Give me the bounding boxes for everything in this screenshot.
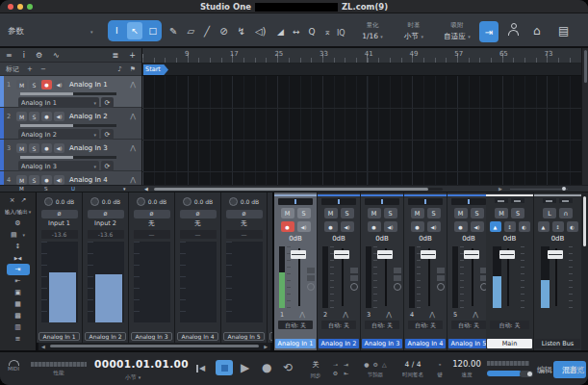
solo-button[interactable]: S: [29, 112, 39, 121]
add-track-button[interactable]: +: [129, 51, 136, 60]
mono-check-button[interactable]: ▲: [490, 221, 501, 232]
zoom-slider-handle[interactable]: [562, 187, 566, 191]
fader-value[interactable]: 0dB: [486, 235, 533, 244]
browse-view-button[interactable]: 浏览: [569, 365, 584, 375]
track-row[interactable]: 4 M S ● ◀) Analog In 4 ⋀ Analog In 4▾ ⟳: [0, 171, 141, 185]
monitor-button[interactable]: ◀): [297, 221, 311, 232]
expand-channels-icon[interactable]: ↕: [15, 243, 21, 250]
zoom-slider[interactable]: ▶: [499, 186, 575, 192]
gain-knob[interactable]: [44, 197, 53, 206]
insert-slot-icon[interactable]: [307, 268, 315, 273]
mono-icon[interactable]: [437, 283, 445, 291]
tempo-display[interactable]: 120.00 速度: [450, 359, 483, 378]
global-solo-button[interactable]: S: [44, 186, 48, 192]
return-to-start-button[interactable]: ◀: [196, 364, 205, 372]
channel-strip[interactable]: M S ● ◀) 0dB: [404, 192, 447, 350]
autoscroll-button[interactable]: ⇥: [479, 21, 499, 42]
record-arm-button[interactable]: ●: [411, 221, 424, 232]
channel-name-label[interactable]: Analog In 4: [405, 339, 446, 348]
fader-value[interactable]: 0dB: [318, 235, 360, 244]
automation-mode-button[interactable]: 自动: 关: [365, 321, 399, 329]
insert-slot-icon[interactable]: [394, 268, 401, 273]
click-icon[interactable]: ●: [364, 361, 369, 368]
phase-invert-button[interactable]: ø: [134, 210, 170, 218]
scroll-left-icon[interactable]: ◀: [144, 186, 148, 192]
arrange-horizontal-scrollbar[interactable]: [154, 188, 443, 191]
channel-name-label[interactable]: Main: [487, 339, 532, 348]
automation-mode-button[interactable]: 自动: 关: [490, 321, 529, 329]
input-channel-strip[interactable]: 0.0 dB ø Input 1 -13.6 Analog In 1: [37, 192, 83, 343]
pan-slider[interactable]: [321, 198, 356, 205]
fader-value[interactable]: 0dB: [361, 235, 403, 244]
track-row[interactable]: 3 M S ● ◀) Analog In 3 ⋀ Analog In 3▾ ⟳: [0, 140, 141, 171]
track-name[interactable]: Analog In 4: [66, 176, 128, 184]
pan-slider[interactable]: [451, 198, 486, 205]
monitor-button[interactable]: ◀): [54, 80, 64, 90]
mute-button[interactable]: M: [16, 112, 27, 121]
timebase-caret-icon[interactable]: ▾: [421, 34, 423, 39]
marquee-tool-icon[interactable]: □: [145, 22, 161, 39]
eraser-tool-icon[interactable]: ▱: [187, 26, 194, 37]
mono-check-button[interactable]: ▲: [538, 221, 550, 232]
bus-trim-knobs[interactable]: [493, 198, 527, 205]
mute-button[interactable]: M: [281, 208, 294, 218]
fader-handle[interactable]: [464, 250, 479, 259]
monitor-button[interactable]: ◀): [341, 221, 354, 232]
input-source-name[interactable]: Input 2: [83, 219, 128, 229]
music-note-icon[interactable]: ♪: [117, 65, 121, 73]
input-refresh-button[interactable]: ⟳: [101, 129, 114, 140]
metronome-controls[interactable]: ● ⚙ △ 节拍器: [358, 361, 393, 378]
banks-panel-icon[interactable]: ⇥: [7, 264, 30, 275]
track-volume-slider[interactable]: [20, 124, 116, 127]
track-menu-icon[interactable]: ≡: [6, 51, 13, 60]
input-channel-strip[interactable]: 0.0 dB ø 无 — Analog In 3: [129, 192, 175, 343]
pan-slider[interactable]: [365, 198, 399, 205]
timeline-ruler[interactable]: 9 17 25 33 41 49 57 65 73: [142, 48, 581, 64]
stop-button[interactable]: [216, 360, 233, 375]
solo-button[interactable]: S: [427, 208, 441, 218]
record-arm-button[interactable]: ●: [41, 143, 52, 153]
pads-panel-icon[interactable]: ▩: [14, 312, 21, 320]
quantize-icon[interactable]: Q: [308, 27, 315, 37]
record-arm-button[interactable]: ●: [41, 112, 52, 121]
monitor-button[interactable]: ◀): [54, 175, 64, 185]
mixer-vertical-scrollbar[interactable]: [581, 192, 588, 350]
track-volume-slider[interactable]: [20, 92, 116, 95]
monitor-button[interactable]: ◀): [54, 112, 64, 121]
phase-invert-button[interactable]: ø: [41, 210, 78, 218]
fader-handle[interactable]: [421, 250, 436, 259]
automation-mode-button[interactable]: 自动: 关: [408, 321, 443, 329]
mute-button[interactable]: M: [16, 143, 27, 153]
solo-button[interactable]: S: [29, 175, 39, 185]
record-arm-button[interactable]: ●: [41, 80, 52, 90]
pan-slider[interactable]: [278, 198, 313, 205]
arrange-grid[interactable]: [142, 76, 581, 185]
monitor-button[interactable]: ◀): [471, 221, 484, 232]
loop-button[interactable]: ⟲: [283, 361, 293, 374]
solo-button[interactable]: ∩: [559, 208, 573, 218]
fader-handle[interactable]: [377, 250, 393, 259]
monitor-button[interactable]: ◀): [54, 143, 64, 153]
channel-name-label[interactable]: Analog In 3: [362, 339, 402, 348]
mute-button[interactable]: M: [454, 208, 468, 218]
side-panel-icon[interactable]: ▤: [558, 24, 569, 38]
automation-mode-button[interactable]: 自动: 关: [451, 321, 486, 329]
mono-icon[interactable]: [350, 283, 358, 291]
gain-knob[interactable]: [137, 197, 145, 206]
record-arm-button[interactable]: ●: [368, 221, 381, 232]
phase-invert-button[interactable]: ø: [88, 210, 124, 218]
channel-name-label[interactable]: Listen Bus: [535, 339, 580, 348]
wrench-icon[interactable]: ⚙: [36, 51, 42, 60]
params-caret-icon[interactable]: ▾: [90, 29, 93, 35]
solo-button[interactable]: S: [384, 208, 397, 218]
narrow-channels-icon[interactable]: ▶◀: [14, 255, 22, 261]
bend-tool-icon[interactable]: ↯: [238, 26, 245, 37]
remove-marker-button[interactable]: −: [40, 65, 46, 73]
channel-name-label[interactable]: Analog In 5: [448, 339, 486, 348]
record-arm-button[interactable]: ●: [454, 221, 468, 232]
mute-button[interactable]: M: [368, 208, 381, 218]
snap-caret-icon[interactable]: ▾: [468, 34, 471, 39]
input-select[interactable]: Analog In 1▾: [18, 97, 99, 108]
input-source-name[interactable]: 无: [221, 219, 267, 229]
input-refresh-button[interactable]: ⟳: [101, 97, 114, 108]
